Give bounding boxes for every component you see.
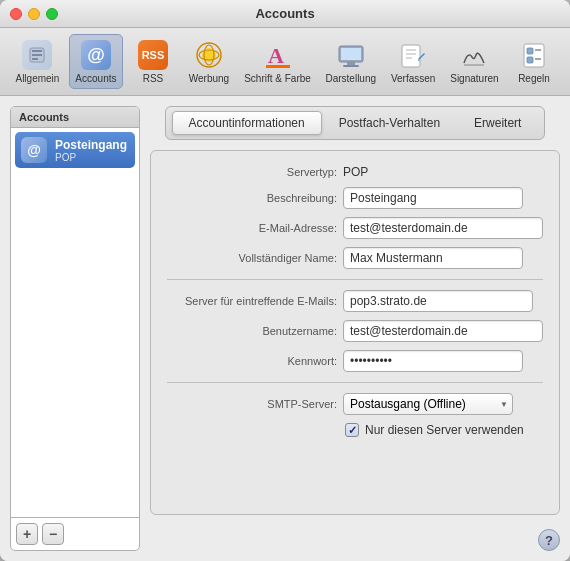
tab-postfach[interactable]: Postfach-Verhalten <box>322 111 457 135</box>
servertyp-label: Servertyp: <box>167 166 337 178</box>
right-panel: Accountinformationen Postfach-Verhalten … <box>150 106 560 551</box>
posteingang-icon: @ <box>21 137 47 163</box>
svg-rect-22 <box>527 57 533 63</box>
smtp-select[interactable]: Postausgang (Offline) <box>343 393 513 415</box>
toolbar-accounts[interactable]: @ Accounts <box>69 34 123 89</box>
toolbar-allgemein[interactable]: Allgemein <box>10 35 65 88</box>
email-row: E-Mail-Adresse: <box>167 217 543 239</box>
verfassen-icon <box>397 39 429 71</box>
svg-rect-19 <box>524 44 544 67</box>
name-row: Vollständiger Name: <box>167 247 543 269</box>
svg-rect-2 <box>32 54 42 56</box>
nur-diesen-server-checkbox[interactable] <box>345 423 359 437</box>
benutzername-row: Benutzername: <box>167 320 543 342</box>
darstellung-icon <box>335 39 367 71</box>
name-input[interactable] <box>343 247 523 269</box>
benutzername-input[interactable] <box>343 320 543 342</box>
window: Accounts Allgemein @ Accounts <box>0 0 570 561</box>
schrift-label: Schrift & Farbe <box>244 73 311 84</box>
tab-accountinfo[interactable]: Accountinformationen <box>172 111 322 135</box>
sidebar-item-posteingang[interactable]: @ Posteingang POP <box>15 132 135 168</box>
toolbar: Allgemein @ Accounts RSS RSS <box>0 28 570 96</box>
kennwort-label: Kennwort: <box>167 355 337 367</box>
kennwort-input[interactable] <box>343 350 523 372</box>
servertyp-value: POP <box>343 165 368 179</box>
svg-rect-14 <box>402 45 420 67</box>
email-label: E-Mail-Adresse: <box>167 222 337 234</box>
werbung-icon <box>193 39 225 71</box>
regeln-label: Regeln <box>518 73 550 84</box>
close-button[interactable] <box>10 8 22 20</box>
checkbox-label: Nur diesen Server verwenden <box>365 423 524 437</box>
checkbox-row: Nur diesen Server verwenden <box>345 423 543 437</box>
svg-rect-12 <box>347 62 355 65</box>
traffic-lights <box>10 8 58 20</box>
werbung-label: Werbung <box>189 73 229 84</box>
tabs: Accountinformationen Postfach-Verhalten … <box>165 106 546 140</box>
servertyp-row: Servertyp: POP <box>167 165 543 179</box>
rss-icon: RSS <box>137 39 169 71</box>
sidebar-bottom: + − <box>11 517 139 550</box>
remove-account-button[interactable]: − <box>42 523 64 545</box>
kennwort-row: Kennwort: <box>167 350 543 372</box>
server-input[interactable] <box>343 290 533 312</box>
accounts-icon: @ <box>80 39 112 71</box>
toolbar-darstellung[interactable]: Darstellung <box>320 35 381 88</box>
svg-rect-1 <box>32 50 42 52</box>
help-button[interactable]: ? <box>538 529 560 551</box>
email-input[interactable] <box>343 217 543 239</box>
sidebar-content: @ Posteingang POP <box>11 128 139 517</box>
account-name: Posteingang <box>55 138 127 152</box>
smtp-row: SMTP-Server: Postausgang (Offline) <box>167 393 543 415</box>
server-label: Server für eintreffende E-Mails: <box>167 295 337 307</box>
account-type: POP <box>55 152 127 163</box>
beschreibung-row: Beschreibung: <box>167 187 543 209</box>
accounts-label: Accounts <box>75 73 116 84</box>
smtp-select-wrapper: Postausgang (Offline) <box>343 393 513 415</box>
toolbar-verfassen[interactable]: Verfassen <box>385 35 440 88</box>
svg-rect-20 <box>527 48 533 54</box>
svg-rect-9 <box>266 65 290 68</box>
toolbar-schrift[interactable]: A Schrift & Farbe <box>239 35 316 88</box>
schrift-icon: A <box>262 39 294 71</box>
name-label: Vollständiger Name: <box>167 252 337 264</box>
toolbar-signaturen[interactable]: Signaturen <box>445 35 504 88</box>
rss-label: RSS <box>143 73 164 84</box>
allgemein-label: Allgemein <box>15 73 59 84</box>
tab-erweitert[interactable]: Erweitert <box>457 111 538 135</box>
regeln-icon <box>518 39 550 71</box>
svg-rect-13 <box>343 65 359 67</box>
svg-rect-11 <box>341 48 361 60</box>
toolbar-regeln[interactable]: Regeln <box>508 35 560 88</box>
main-content: Accounts @ Posteingang POP + − Accountin… <box>0 96 570 561</box>
form-panel: Servertyp: POP Beschreibung: E-Mail-Adre… <box>150 150 560 515</box>
add-account-button[interactable]: + <box>16 523 38 545</box>
signaturen-label: Signaturen <box>450 73 498 84</box>
toolbar-werbung[interactable]: Werbung <box>183 35 235 88</box>
window-title: Accounts <box>255 6 314 21</box>
svg-text:A: A <box>268 43 284 68</box>
maximize-button[interactable] <box>46 8 58 20</box>
smtp-label: SMTP-Server: <box>167 398 337 410</box>
minimize-button[interactable] <box>28 8 40 20</box>
title-bar: Accounts <box>0 0 570 28</box>
beschreibung-input[interactable] <box>343 187 523 209</box>
signaturen-icon <box>458 39 490 71</box>
sidebar: Accounts @ Posteingang POP + − <box>10 106 140 551</box>
allgemein-icon <box>21 39 53 71</box>
svg-rect-3 <box>32 58 38 60</box>
benutzername-label: Benutzername: <box>167 325 337 337</box>
sidebar-item-text: Posteingang POP <box>55 138 127 163</box>
beschreibung-label: Beschreibung: <box>167 192 337 204</box>
server-row: Server für eintreffende E-Mails: <box>167 290 543 312</box>
footer: ? <box>150 525 560 551</box>
toolbar-rss[interactable]: RSS RSS <box>127 35 179 88</box>
darstellung-label: Darstellung <box>325 73 376 84</box>
sidebar-header: Accounts <box>11 107 139 128</box>
verfassen-label: Verfassen <box>391 73 435 84</box>
